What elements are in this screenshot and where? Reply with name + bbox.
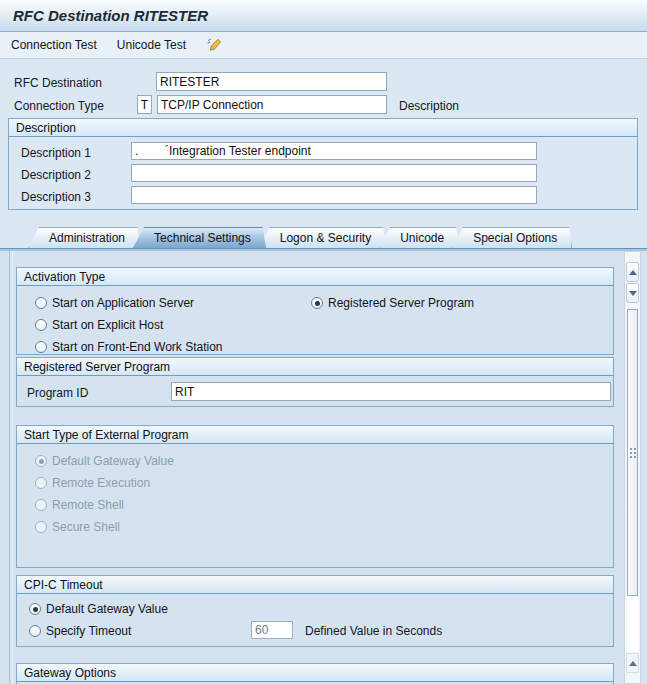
radio-circle-icon — [29, 625, 41, 637]
radio-secure-shell-disabled: Secure Shell — [35, 519, 120, 534]
thumb-grip-icon — [630, 448, 636, 458]
connection-type-code-input[interactable] — [137, 95, 152, 114]
activation-type-title: Activation Type — [17, 268, 613, 286]
radio-circle-icon — [35, 319, 47, 331]
rfc-destination-input[interactable] — [156, 72, 387, 91]
radio-label: Registered Server Program — [328, 296, 474, 310]
connection-test-button[interactable]: Connection Test — [11, 38, 97, 52]
description2-input[interactable] — [131, 164, 537, 182]
start-type-groupbox: Start Type of External Program Default G… — [16, 425, 614, 568]
description1-label: Description 1 — [21, 146, 91, 160]
description2-label: Description 2 — [21, 168, 91, 182]
tab-technical-settings[interactable]: Technical Settings — [133, 227, 266, 248]
timeout-seconds-input — [251, 621, 293, 639]
radio-registered-server-program[interactable]: Registered Server Program — [311, 295, 474, 310]
radio-circle-icon — [35, 521, 47, 533]
radio-start-on-front-end[interactable]: Start on Front-End Work Station — [35, 339, 223, 354]
description-group-title: Description — [9, 119, 637, 137]
radio-label: Start on Explicit Host — [52, 318, 163, 332]
unicode-test-button[interactable]: Unicode Test — [117, 38, 186, 52]
window-titlebar: RFC Destination RITESTER — [0, 0, 647, 32]
activation-type-groupbox: Activation Type Start on Application Ser… — [16, 267, 614, 355]
description3-label: Description 3 — [21, 190, 91, 204]
description-groupbox: Description Description 1 Description 2 … — [8, 118, 638, 210]
radio-circle-selected-icon — [35, 455, 47, 467]
gateway-options-groupbox: Gateway Options — [16, 663, 614, 684]
description-side-label: Description — [399, 99, 459, 113]
description1-input[interactable] — [131, 142, 537, 160]
radio-remote-shell-disabled: Remote Shell — [35, 497, 124, 512]
tab-administration[interactable]: Administration — [28, 227, 140, 248]
registered-server-program-groupbox: Registered Server Program Program ID — [16, 357, 614, 407]
radio-circle-icon — [35, 499, 47, 511]
radio-circle-selected-icon — [29, 603, 41, 615]
radio-label: Specify Timeout — [46, 624, 131, 638]
sap-rfc-destination-window: RFC Destination RITESTER Connection Test… — [0, 0, 647, 684]
timeout-hint-label: Defined Value in Seconds — [305, 624, 442, 638]
radio-default-gateway-value-disabled: Default Gateway Value — [35, 453, 174, 468]
scroll-bottom-button[interactable] — [626, 653, 639, 673]
radio-circle-selected-icon — [311, 297, 323, 309]
rfc-destination-label: RFC Destination — [14, 76, 102, 90]
radio-circle-icon — [35, 477, 47, 489]
radio-label: Default Gateway Value — [46, 602, 168, 616]
radio-specify-timeout[interactable]: Specify Timeout — [29, 623, 131, 638]
vertical-scrollbar[interactable] — [624, 251, 641, 684]
description3-input[interactable] — [131, 186, 537, 204]
tab-special-options[interactable]: Special Options — [452, 227, 572, 248]
gateway-options-title: Gateway Options — [17, 664, 613, 682]
radio-start-on-explicit-host[interactable]: Start on Explicit Host — [35, 317, 163, 332]
radio-label: Secure Shell — [52, 520, 120, 534]
radio-cpic-default-gateway-value[interactable]: Default Gateway Value — [29, 601, 168, 616]
radio-remote-execution-disabled: Remote Execution — [35, 475, 150, 490]
registered-server-program-title: Registered Server Program — [17, 358, 613, 376]
scroll-down-button[interactable] — [626, 283, 639, 303]
start-type-title: Start Type of External Program — [17, 426, 613, 444]
cpic-timeout-groupbox: CPI-C Timeout Default Gateway Value Spec… — [16, 575, 614, 647]
scrollbar-track[interactable] — [627, 596, 638, 652]
connection-type-label: Connection Type — [14, 99, 104, 113]
radio-label: Start on Front-End Work Station — [52, 340, 223, 354]
down-arrow-icon — [629, 291, 637, 296]
technical-settings-panel: Activation Type Start on Application Ser… — [0, 251, 647, 684]
radio-start-on-application-server[interactable]: Start on Application Server — [35, 295, 194, 310]
tab-logon-security[interactable]: Logon & Security — [259, 227, 386, 248]
page-title: RFC Destination RITESTER — [13, 7, 208, 24]
connection-type-text-input[interactable] — [157, 95, 387, 114]
panel-left-highlight — [12, 251, 13, 684]
panel-left-border — [9, 251, 10, 684]
up-arrow-icon — [629, 661, 637, 666]
tab-strip: Administration Technical Settings Logon … — [28, 226, 572, 248]
radio-circle-icon — [35, 297, 47, 309]
application-toolbar: Connection Test Unicode Test — [0, 32, 647, 59]
edit-pencil-icon[interactable] — [206, 37, 223, 54]
cpic-timeout-title: CPI-C Timeout — [17, 576, 613, 594]
scrollbar-thumb[interactable] — [627, 309, 638, 596]
scroll-up-button[interactable] — [626, 262, 639, 282]
up-arrow-icon — [629, 270, 637, 275]
program-id-label: Program ID — [27, 386, 88, 400]
program-id-input[interactable] — [171, 382, 611, 401]
radio-label: Remote Shell — [52, 498, 124, 512]
radio-circle-icon — [35, 341, 47, 353]
radio-label: Remote Execution — [52, 476, 150, 490]
tab-unicode[interactable]: Unicode — [379, 227, 459, 248]
radio-label: Default Gateway Value — [52, 454, 174, 468]
radio-label: Start on Application Server — [52, 296, 194, 310]
